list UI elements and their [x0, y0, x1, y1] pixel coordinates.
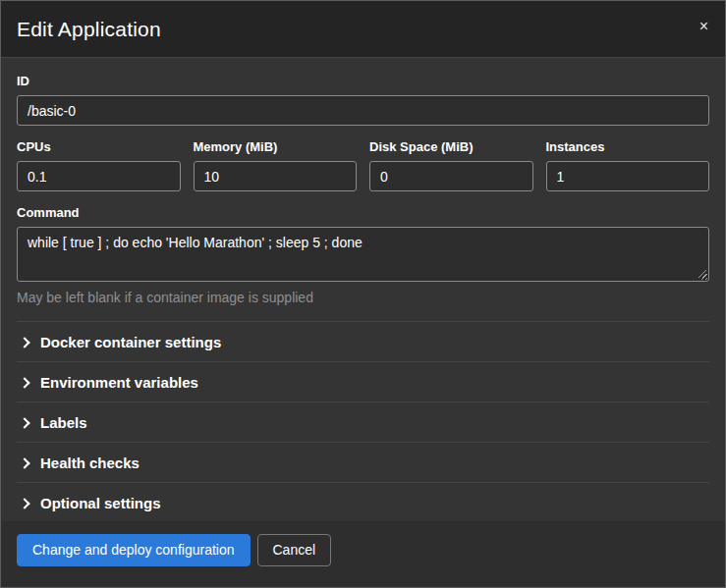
chevron-right-icon — [19, 498, 29, 508]
command-textarea-wrap: while [ true ] ; do echo 'Hello Marathon… — [17, 227, 709, 282]
instances-field-group: Instances — [546, 126, 710, 191]
close-icon[interactable]: × — [696, 17, 712, 36]
section-label: Labels — [40, 414, 87, 431]
memory-field-group: Memory (MiB) — [194, 126, 358, 191]
command-label: Command — [17, 205, 709, 220]
instances-input[interactable] — [546, 161, 710, 191]
section-docker-container-settings[interactable]: Docker container settings — [17, 321, 709, 361]
cpus-input[interactable] — [17, 161, 181, 191]
chevron-right-icon — [19, 457, 29, 468]
section-environment-variables[interactable]: Environment variables — [17, 361, 709, 401]
section-label: Optional settings — [40, 495, 161, 511]
instances-label: Instances — [546, 139, 710, 154]
disk-space-input[interactable] — [369, 161, 533, 191]
section-label: Environment variables — [40, 374, 198, 391]
memory-label: Memory (MiB) — [194, 139, 358, 154]
section-labels[interactable]: Labels — [17, 401, 709, 442]
modal-header: Edit Application × — [1, 1, 725, 58]
disk-space-field-group: Disk Space (MiB) — [369, 126, 533, 191]
cancel-button[interactable]: Cancel — [257, 534, 332, 566]
chevron-right-icon — [19, 417, 29, 428]
section-label: Docker container settings — [40, 334, 221, 350]
modal-title: Edit Application — [17, 18, 709, 41]
collapsible-sections: Docker container settings Environment va… — [17, 321, 709, 521]
id-field-group: ID — [17, 60, 709, 126]
chevron-right-icon — [19, 377, 29, 388]
command-help-text: May be left blank if a container image i… — [17, 290, 709, 305]
section-label: Health checks — [40, 454, 140, 471]
cpus-label: CPUs — [17, 139, 181, 154]
command-textarea[interactable]: while [ true ] ; do echo 'Hello Marathon… — [17, 227, 709, 282]
section-optional-settings[interactable]: Optional settings — [17, 482, 709, 521]
resources-row: CPUs Memory (MiB) Disk Space (MiB) Insta… — [17, 126, 709, 191]
id-input[interactable] — [17, 95, 709, 126]
edit-application-modal: Edit Application × ID CPUs Memory (MiB) … — [0, 0, 726, 588]
chevron-right-icon — [19, 337, 29, 347]
section-health-checks[interactable]: Health checks — [17, 442, 709, 482]
modal-body: ID CPUs Memory (MiB) Disk Space (MiB) In… — [1, 58, 725, 521]
disk-space-label: Disk Space (MiB) — [369, 139, 533, 154]
cpus-field-group: CPUs — [17, 126, 181, 191]
command-field-group: Command while [ true ] ; do echo 'Hello … — [17, 191, 709, 321]
id-label: ID — [17, 74, 709, 88]
memory-input[interactable] — [194, 161, 358, 191]
change-and-deploy-button[interactable]: Change and deploy configuration — [17, 534, 251, 566]
modal-footer: Change and deploy configuration Cancel — [1, 521, 725, 587]
